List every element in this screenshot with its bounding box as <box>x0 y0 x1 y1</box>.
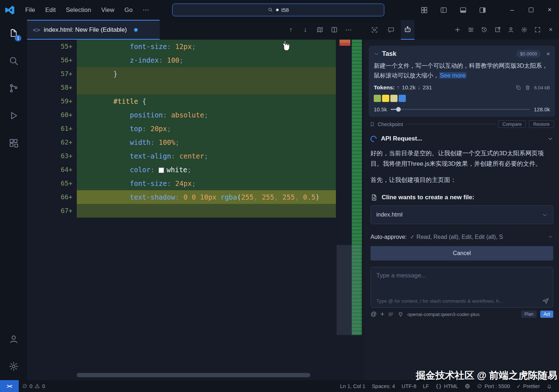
explorer-icon[interactable]: 1 <box>0 20 27 47</box>
code-line[interactable]: 62+width: 100%; <box>27 135 336 149</box>
feedback-icon[interactable] <box>384 20 398 40</box>
open-in-editor-icon[interactable] <box>491 24 503 36</box>
toggle-panel-icon[interactable] <box>457 4 469 16</box>
problems-indicator[interactable]: 0 0 <box>19 380 48 392</box>
mcp-servers-icon[interactable] <box>465 24 477 36</box>
overview-error-marker <box>340 43 350 46</box>
checkpoint-row: Checkpoint Compare Restore <box>370 120 554 128</box>
account-icon[interactable] <box>505 24 517 36</box>
menu-edit[interactable]: Edit <box>40 0 61 20</box>
auto-approve-row[interactable]: Auto-approve: ✓ Read, Read (all), Edit, … <box>371 233 553 240</box>
line-number: 59+ <box>27 94 77 108</box>
toggle-sidebar-icon[interactable] <box>438 4 450 16</box>
tokens-up-icon: ↑ <box>397 84 400 91</box>
minimap[interactable] <box>337 40 363 339</box>
chevron-down-icon[interactable] <box>542 212 547 218</box>
screenshot-icon[interactable] <box>368 20 381 40</box>
task-close-icon[interactable]: × <box>546 50 550 58</box>
minimap-slider[interactable] <box>337 245 360 335</box>
minimize-button[interactable]: – <box>503 0 522 20</box>
task-description: 新建一个文件，写一个可以互动的，科普教学的网页版3D太阳系，鼠标滚动可以放大缩小… <box>374 61 550 80</box>
settings-gear-icon[interactable] <box>0 353 27 380</box>
add-context-icon[interactable]: + <box>380 310 384 318</box>
restore-button[interactable]: Restore <box>529 120 554 128</box>
command-search-box[interactable]: t58 <box>172 4 384 16</box>
context-max: 128.0k <box>534 106 550 112</box>
expand-panel-icon[interactable] <box>531 24 544 36</box>
tab-index-html[interactable]: <> index.html: New File (Editable) <box>27 20 160 40</box>
maximize-button[interactable] <box>522 0 540 20</box>
rules-icon[interactable] <box>388 311 394 317</box>
line-number: 56+ <box>27 53 77 67</box>
color-swatch[interactable] <box>159 168 164 173</box>
toggle-secondary-sidebar-icon[interactable] <box>476 4 489 16</box>
chevron-down-icon[interactable] <box>547 136 553 142</box>
split-editor-icon[interactable] <box>328 24 340 36</box>
send-icon[interactable] <box>542 297 549 304</box>
remote-indicator[interactable]: >< <box>0 380 19 392</box>
search-view-icon[interactable] <box>0 47 27 75</box>
indentation[interactable]: Spaces: 4 <box>369 380 399 392</box>
task-cost-badge: $0.0000 <box>516 50 541 58</box>
see-more-link[interactable]: See more <box>439 72 467 79</box>
chevron-down-icon[interactable] <box>374 51 379 57</box>
api-plug-icon[interactable] <box>398 311 404 317</box>
code-editor[interactable]: 55+font-size: 12px;56+z-index: 100;57+}5… <box>27 40 365 380</box>
close-panel-icon[interactable]: × <box>545 24 557 36</box>
line-number: 63+ <box>27 149 77 163</box>
code-line[interactable]: 65+font-size: 24px; <box>27 177 336 190</box>
menu-file[interactable]: File <box>20 0 40 20</box>
copy-icon[interactable] <box>515 85 521 90</box>
act-toggle[interactable]: Act <box>540 311 553 318</box>
panel-settings-icon[interactable] <box>518 24 530 36</box>
run-debug-icon[interactable] <box>0 102 27 129</box>
mention-icon[interactable]: @ <box>371 311 377 318</box>
code-line[interactable]: 56+z-index: 100; <box>27 53 336 67</box>
customize-layout-icon[interactable] <box>418 4 430 16</box>
history-icon[interactable] <box>478 24 490 36</box>
file-name-box[interactable]: index.html <box>371 205 553 224</box>
menu-selection[interactable]: Selection <box>61 0 96 20</box>
code-line[interactable]: 58+ <box>27 81 336 94</box>
code-line[interactable]: 66+text-shadow: 0 0 10px rgba(255, 255, … <box>27 190 336 204</box>
accounts-icon[interactable] <box>0 325 27 353</box>
code-line[interactable]: 63+text-align: center; <box>27 149 336 163</box>
code-line[interactable]: 59+#title { <box>27 94 336 108</box>
api-request-row[interactable]: API Request... <box>371 135 553 142</box>
minimap-toggle-icon[interactable] <box>314 24 326 36</box>
context-progress-track[interactable] <box>391 109 530 110</box>
model-name[interactable]: openai-compat:qwen3-coder-plus <box>407 312 518 317</box>
new-task-icon[interactable] <box>451 24 463 36</box>
errors-icon <box>22 383 27 389</box>
create-file-label: Cline wants to create a new file: <box>382 194 474 201</box>
line-number: 66+ <box>27 190 77 204</box>
horizontal-scrollbar[interactable] <box>77 373 310 377</box>
modified-dot-icon <box>134 28 138 32</box>
compare-button[interactable]: Compare <box>498 120 526 128</box>
close-window-button[interactable]: × <box>540 0 559 20</box>
new-file-icon <box>371 194 378 201</box>
chevron-up-icon[interactable] <box>548 234 553 240</box>
cancel-button[interactable]: Cancel <box>371 246 553 260</box>
code-line[interactable]: 57+} <box>27 67 336 81</box>
context-block <box>382 95 389 102</box>
chat-input[interactable]: Type a message... Type @ for context, / … <box>371 267 553 308</box>
plan-toggle[interactable]: Plan <box>521 311 537 318</box>
activity-bar: 1 <box>0 20 27 380</box>
menu-go[interactable]: Go <box>119 0 138 20</box>
editor-more-actions-icon[interactable]: ⋯ <box>342 24 355 36</box>
code-line[interactable]: 64+color: white; <box>27 163 336 177</box>
nav-down-icon[interactable]: ↓ <box>299 24 311 36</box>
menu-more[interactable]: ⋯ <box>138 0 154 20</box>
cline-robot-icon[interactable] <box>401 20 414 40</box>
code-line[interactable]: 60+position: absolute; <box>27 108 336 122</box>
trash-icon[interactable] <box>525 85 531 90</box>
extensions-icon[interactable] <box>0 129 27 157</box>
source-control-icon[interactable] <box>0 75 27 102</box>
menu-view[interactable]: View <box>96 0 120 20</box>
cursor-position[interactable]: Ln 1, Col 1 <box>337 380 369 392</box>
code-line[interactable]: 67+ <box>27 204 336 218</box>
context-progress-knob[interactable] <box>396 107 401 112</box>
nav-up-icon[interactable]: ↑ <box>285 24 297 36</box>
code-line[interactable]: 61+top: 20px; <box>27 122 336 135</box>
